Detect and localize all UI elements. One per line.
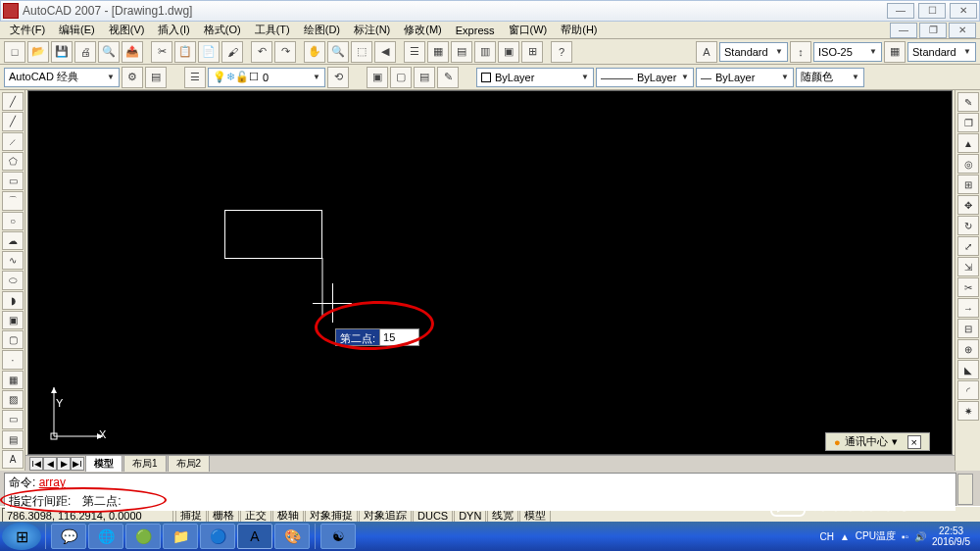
makeblock-icon[interactable]: ▢ <box>2 330 24 349</box>
tab-model[interactable]: 模型 <box>85 455 122 472</box>
tray-net-icon[interactable]: ▪▫ <box>902 531 908 542</box>
workspace-dropdown[interactable]: AutoCAD 经典▼ <box>4 68 120 87</box>
pan-icon[interactable]: ✋ <box>304 41 325 63</box>
dimstyle-icon[interactable]: ↕ <box>790 41 811 63</box>
gradient-icon[interactable]: ▨ <box>2 390 24 409</box>
lineweight-dropdown[interactable]: —ByLayer▼ <box>696 68 794 87</box>
menu-dimension[interactable]: 标注(N) <box>348 22 396 38</box>
tray-date[interactable]: 2016/9/5 <box>932 536 970 547</box>
maximize-button[interactable]: ☐ <box>918 3 946 19</box>
tab-last-icon[interactable]: ▶I <box>71 457 84 471</box>
pline-icon[interactable]: ⟋ <box>2 132 24 151</box>
task-wechat-icon[interactable]: 💬 <box>51 524 86 549</box>
mdi-minimize[interactable]: — <box>890 23 917 38</box>
tab-first-icon[interactable]: I◀ <box>29 457 43 471</box>
spline-icon[interactable]: ∿ <box>2 251 24 270</box>
circle-icon[interactable]: ○ <box>2 212 24 230</box>
menu-window[interactable]: 窗口(W) <box>503 22 554 38</box>
explode-icon[interactable]: ✷ <box>957 401 979 421</box>
textstyle-icon[interactable]: A <box>696 41 717 63</box>
zoom-win-icon[interactable]: ⬚ <box>351 41 372 63</box>
layer-dropdown[interactable]: 💡❄🔓☐0▼ <box>208 68 325 87</box>
cut-icon[interactable]: ✂ <box>151 41 172 63</box>
command-window[interactable]: 命令: array 指定行间距: 第二点: <box>4 473 956 506</box>
scale-icon[interactable]: ⤢ <box>957 236 979 256</box>
rotate-icon[interactable]: ↻ <box>957 216 979 235</box>
menu-draw[interactable]: 绘图(D) <box>298 22 346 38</box>
revcloud-icon[interactable]: ☁ <box>2 231 24 250</box>
stretch-icon[interactable]: ⇲ <box>957 257 979 276</box>
erase-icon[interactable]: ✎ <box>957 92 979 112</box>
open-icon[interactable]: 📂 <box>27 41 49 63</box>
tray-vol-icon[interactable]: 🔊 <box>914 531 926 542</box>
linetype-dropdown[interactable]: ———ByLayer▼ <box>596 68 694 87</box>
preview-icon[interactable]: 🔍 <box>98 41 120 63</box>
undo-icon[interactable]: ↶ <box>251 41 272 63</box>
task-360-icon[interactable]: 🟢 <box>125 524 161 549</box>
move-icon[interactable]: ✥ <box>957 195 979 215</box>
menu-insert[interactable]: 插入(I) <box>152 22 195 38</box>
trim-icon[interactable]: ✂ <box>957 277 979 297</box>
block-icon[interactable]: ▣ <box>367 67 388 88</box>
textstyle-dropdown[interactable]: Standard▼ <box>719 42 788 62</box>
task-paint-icon[interactable]: 🎨 <box>274 524 310 549</box>
insert-icon[interactable]: ▢ <box>390 67 412 88</box>
plot-icon[interactable]: 🖨 <box>74 41 96 63</box>
mdi-restore[interactable]: ❐ <box>919 23 947 38</box>
match-icon[interactable]: 🖌 <box>221 41 243 63</box>
task-chrome-icon[interactable]: 🌐 <box>88 524 123 549</box>
region-icon[interactable]: ▭ <box>2 410 24 428</box>
paste-icon[interactable]: 📄 <box>198 41 220 63</box>
zoom-rt-icon[interactable]: 🔍 <box>327 41 349 63</box>
commcenter-close-icon[interactable]: × <box>907 435 921 449</box>
layerprev-icon[interactable]: ⟲ <box>327 67 349 88</box>
workspace-settings-icon[interactable]: ⚙ <box>122 67 143 88</box>
point-icon[interactable]: · <box>2 350 24 369</box>
tab-layout2[interactable]: 布局2 <box>168 455 211 472</box>
mdi-close[interactable]: ✕ <box>949 23 976 38</box>
system-tray[interactable]: CH ▲ CPU温度 ▪▫ 🔊 22:53 2016/9/5 <box>819 526 978 547</box>
command-prompt[interactable]: 指定行间距: 第二点: <box>5 492 956 511</box>
join-icon[interactable]: ⊕ <box>957 339 979 359</box>
wblock-icon[interactable]: ▤ <box>414 67 435 88</box>
copy-icon[interactable]: 📋 <box>174 41 196 63</box>
color-dropdown[interactable]: ByLayer▼ <box>476 68 594 87</box>
mirror-icon[interactable]: ▲ <box>957 133 979 153</box>
minimize-button[interactable]: — <box>887 3 914 19</box>
hatch-icon[interactable]: ▦ <box>2 371 24 389</box>
bedit-icon[interactable]: ✎ <box>437 67 459 88</box>
mtext-icon[interactable]: A <box>2 450 24 469</box>
tray-up-icon[interactable]: ▲ <box>840 531 850 542</box>
communication-center[interactable]: ●通讯中心▾× <box>825 432 930 451</box>
tablestyle-dropdown[interactable]: Standard▼ <box>907 42 976 62</box>
publish-icon[interactable]: 📤 <box>122 41 143 63</box>
xline-icon[interactable]: ╱ <box>2 112 24 130</box>
ellipse-icon[interactable]: ⬭ <box>2 271 24 289</box>
menu-edit[interactable]: 编辑(E) <box>53 22 101 38</box>
layer-icon[interactable]: ▤ <box>145 67 167 88</box>
table-icon[interactable]: ▤ <box>2 430 24 449</box>
command-scrollbar[interactable] <box>957 474 973 505</box>
redo-icon[interactable]: ↷ <box>274 41 296 63</box>
menu-modify[interactable]: 修改(M) <box>398 22 448 38</box>
polygon-icon[interactable]: ⬠ <box>2 152 24 171</box>
extend-icon[interactable]: → <box>957 298 979 318</box>
tray-time[interactable]: 22:53 <box>932 526 970 536</box>
help-icon[interactable]: ? <box>551 41 572 63</box>
menu-file[interactable]: 文件(F) <box>4 22 51 38</box>
dcenter-icon[interactable]: ▦ <box>427 41 449 63</box>
task-explorer-icon[interactable]: 📁 <box>163 524 198 549</box>
tray-lang[interactable]: CH <box>819 531 833 542</box>
tab-next-icon[interactable]: ▶ <box>57 457 71 471</box>
task-app-icon[interactable]: ☯ <box>320 524 356 549</box>
dimstyle-dropdown[interactable]: ISO-25▼ <box>813 42 882 62</box>
insertblock-icon[interactable]: ▣ <box>2 311 24 329</box>
rectangle-icon[interactable]: ▭ <box>2 172 24 190</box>
layermgr-icon[interactable]: ☰ <box>184 67 206 88</box>
markup-icon[interactable]: ▣ <box>498 41 519 63</box>
menu-express[interactable]: Express <box>450 24 501 37</box>
break-icon[interactable]: ⊟ <box>957 319 979 338</box>
save-icon[interactable]: 💾 <box>51 41 73 63</box>
menu-tools[interactable]: 工具(T) <box>249 22 296 38</box>
chamfer-icon[interactable]: ◣ <box>957 360 979 379</box>
